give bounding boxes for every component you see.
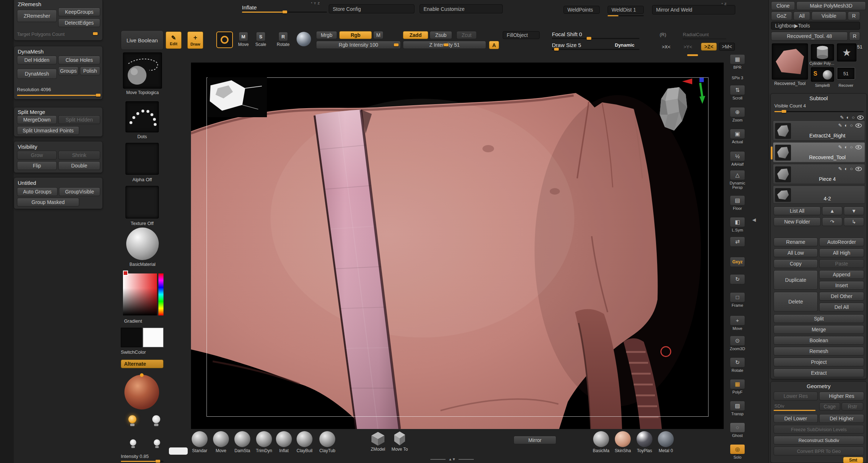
- brush-thumbnail[interactable]: [123, 52, 162, 89]
- goz-r-button[interactable]: R: [848, 12, 860, 20]
- light-bulb-1[interactable]: [124, 415, 140, 432]
- brush-slot-trimdynamic[interactable]: TrimDyn: [254, 431, 275, 453]
- material-slot-metal[interactable]: Metal 0: [655, 431, 676, 453]
- folder-branch-icon-button[interactable]: ↳: [844, 217, 864, 226]
- viewport-canvas[interactable]: [191, 63, 724, 429]
- brush-slot-movetopological[interactable]: Move To: [389, 431, 410, 452]
- rotate3d-icon[interactable]: ↻: [730, 357, 745, 368]
- light-intensity-knob[interactable]: [156, 460, 160, 463]
- shelf-gxyz[interactable]: Gxyz: [728, 257, 747, 268]
- shelf-dynamic-persp[interactable]: △Dynamic Persp: [728, 170, 747, 190]
- tray-arrows-icon[interactable]: ▲▼: [448, 457, 456, 461]
- all-low-button[interactable]: All Low: [774, 249, 818, 257]
- polish-button[interactable]: Polish: [80, 67, 100, 75]
- del-higher-button[interactable]: Del Higher: [819, 414, 864, 423]
- main-color-swatch[interactable]: [121, 328, 142, 347]
- bpr-icon[interactable]: ▦: [730, 54, 745, 64]
- zcut-button[interactable]: Zcut: [456, 31, 477, 39]
- mergedown-button[interactable]: MergeDown: [17, 115, 57, 124]
- axis-gizmo[interactable]: [681, 77, 710, 106]
- light-bulb-4[interactable]: [150, 439, 163, 453]
- mirror-and-weld-button[interactable]: Mirror And Weld: [652, 5, 735, 14]
- fillobject-button[interactable]: FillObject: [503, 31, 540, 39]
- move3d-icon[interactable]: +: [730, 315, 745, 326]
- cylinder-tool-thumbnail[interactable]: [811, 44, 834, 61]
- z-intensity-slider[interactable]: Z Intensity 51: [403, 41, 486, 49]
- texture-thumbnail[interactable]: [125, 186, 159, 218]
- merge-button[interactable]: Merge: [774, 325, 864, 334]
- light-intensity-slider[interactable]: Intensity 0.85: [121, 454, 149, 459]
- resolution-track[interactable]: [17, 95, 100, 96]
- rgb-intensity-slider[interactable]: Rgb Intensity 100: [316, 41, 401, 49]
- material-slot-skinshade[interactable]: SkinSha: [612, 431, 633, 453]
- m-button[interactable]: M: [373, 31, 383, 39]
- del-lower-button[interactable]: Del Lower: [774, 414, 818, 423]
- all-high-button[interactable]: All High: [819, 249, 864, 257]
- weldpoints-button[interactable]: WeldPoints: [563, 6, 600, 14]
- goz-all-button[interactable]: All: [793, 12, 810, 20]
- boolean-button[interactable]: Boolean: [774, 336, 864, 345]
- shelf-floor[interactable]: ▤Floor: [728, 195, 747, 211]
- shelf-frame[interactable]: □Frame: [728, 292, 747, 307]
- welddist-slider[interactable]: WeldDist 1: [608, 6, 644, 14]
- visible-count-track[interactable]: [774, 111, 864, 112]
- gxyz-icon[interactable]: Gxyz: [730, 257, 745, 267]
- light-bulb-2[interactable]: [148, 415, 164, 432]
- auto-groups-button[interactable]: Auto Groups: [17, 187, 58, 196]
- z-intensity-knob[interactable]: [444, 43, 448, 46]
- focal-shift-track[interactable]: [552, 38, 639, 39]
- edit-button[interactable]: ✎ Edit: [166, 31, 182, 49]
- sym-m-toggle[interactable]: >M<: [719, 43, 735, 51]
- floor-icon[interactable]: ▤: [730, 195, 745, 205]
- convert-bpr-button[interactable]: Convert BPR To Geo: [774, 447, 864, 455]
- frame-icon[interactable]: □: [730, 292, 745, 302]
- material-slot-basic[interactable]: BasicMa: [591, 431, 612, 453]
- shelf-zoom3d[interactable]: ⊙Zoom3D: [728, 336, 747, 351]
- subtool-up-button[interactable]: ▲: [822, 207, 842, 215]
- tray-scroll-indicator[interactable]: ▲▼: [430, 457, 474, 461]
- paint-icon[interactable]: ✎: [838, 123, 842, 128]
- ghost-icon[interactable]: ◌: [730, 422, 745, 433]
- zoom-icon[interactable]: ⊕: [730, 107, 745, 117]
- inflate-slider-label[interactable]: Inflate: [242, 4, 257, 10]
- split-button[interactable]: Split: [774, 314, 864, 323]
- brush-slot-zmodeler[interactable]: ZModel: [367, 431, 388, 452]
- focal-shift-knob[interactable]: [587, 37, 591, 40]
- make-polymesh3d-button[interactable]: Make PolyMesh3D: [796, 1, 866, 10]
- gyro-move-button[interactable]: M Move: [235, 32, 252, 47]
- shelf-actual[interactable]: ▣Actual: [728, 129, 747, 144]
- grow-button[interactable]: Grow: [17, 151, 57, 160]
- color-swatch-marker[interactable]: [123, 271, 128, 276]
- clone-button[interactable]: Clone: [771, 1, 795, 10]
- transp-icon[interactable]: ▨: [730, 401, 745, 411]
- ring-icon[interactable]: ○: [852, 115, 855, 120]
- lightbox-tools-button[interactable]: Lightbox▶Tools: [771, 22, 860, 30]
- panel-scroll-left-icon[interactable]: ◀: [752, 217, 756, 222]
- zsub-button[interactable]: Zsub: [430, 31, 452, 39]
- active-tool-thumbnail[interactable]: [772, 43, 808, 80]
- shelf-aahalf[interactable]: ½AAHalf: [728, 151, 747, 166]
- shader-icon[interactable]: ◐: [844, 123, 847, 128]
- resolution-knob[interactable]: [96, 94, 101, 97]
- simpleb-tool-thumbnail[interactable]: S: [811, 67, 834, 82]
- reconstruct-subdiv-button[interactable]: Reconstruct Subdiv: [774, 436, 864, 445]
- extract-button[interactable]: Extract: [774, 369, 864, 377]
- brush-slot-move[interactable]: Move: [210, 431, 231, 453]
- inflate-knob[interactable]: [282, 10, 287, 13]
- lower-res-button[interactable]: Lower Res: [774, 392, 818, 400]
- list-all-button[interactable]: List All: [774, 207, 821, 215]
- sym-x-toggle[interactable]: >X<: [662, 44, 671, 50]
- shelf-scroll[interactable]: ⇅Scroll: [728, 85, 747, 100]
- draw-button[interactable]: + Draw: [187, 31, 203, 49]
- draw-size-slider-label[interactable]: Draw Size 5: [552, 42, 581, 48]
- secondary-color-swatch[interactable]: [143, 328, 163, 347]
- brush-slot-claybuildup[interactable]: ClayBuil: [294, 431, 315, 453]
- light-bulb-3[interactable]: [127, 439, 139, 453]
- subtool-down-button[interactable]: ▼: [844, 207, 864, 215]
- goz-visible-button[interactable]: Visible: [812, 12, 846, 20]
- paint-icon[interactable]: ✎: [840, 115, 844, 120]
- folder-redo-icon-button[interactable]: ↷: [822, 217, 842, 226]
- quickpick-star-icon[interactable]: ★: [837, 43, 856, 61]
- alternate-button[interactable]: Alternate: [121, 360, 163, 368]
- shrink-button[interactable]: Shrink: [58, 151, 100, 160]
